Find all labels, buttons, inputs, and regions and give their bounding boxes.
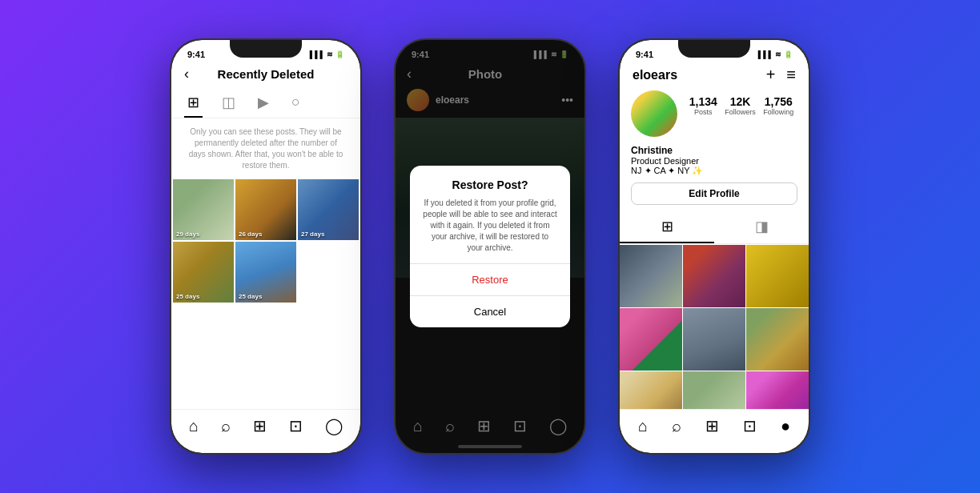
grid-cell-3[interactable] <box>746 245 809 307</box>
home-indicator-3 <box>682 445 746 448</box>
thumb-1[interactable]: 29 days <box>173 179 234 240</box>
tab-grid[interactable]: ⊞ <box>184 89 203 118</box>
nav-add-3[interactable]: ⊞ <box>705 416 719 435</box>
thumb-label-4: 25 days <box>176 293 199 300</box>
followers-count: 12K <box>725 95 756 108</box>
notice-text: Only you can see these posts. They will … <box>171 118 360 179</box>
add-icon[interactable]: + <box>766 66 776 84</box>
nav-home-1[interactable]: ⌂ <box>189 417 199 435</box>
stat-posts: 1,134 Posts <box>689 95 717 116</box>
nav-search-1[interactable]: ⌕ <box>221 417 231 435</box>
nav-profile-3[interactable]: ● <box>781 417 790 435</box>
menu-icon[interactable]: ≡ <box>786 66 796 84</box>
thumb-4[interactable]: 25 days <box>173 242 234 303</box>
nav-search-3[interactable]: ⌕ <box>672 417 681 435</box>
tab-tagged-profile[interactable]: ◨ <box>714 211 809 243</box>
thumb-label-3: 27 days <box>301 230 324 238</box>
thumb-label-5: 25 days <box>239 293 262 300</box>
bio-location: NJ ✦ CA ✦ NY ✨ <box>631 166 797 176</box>
grid-cell-5[interactable] <box>683 308 745 371</box>
nav-profile-1[interactable]: ◯ <box>325 416 343 435</box>
tab-bar-1: ⊞ ◫ ▶ ○ <box>171 89 360 118</box>
phone-profile: 9:41 ▌▌▌ ≋ 🔋 eloears + ≡ 1,134 Posts 12K… <box>618 38 810 455</box>
header-1: ‹ Recently Deleted <box>171 62 360 89</box>
home-indicator-1 <box>234 445 298 448</box>
following-count: 1,756 <box>763 95 793 108</box>
restore-dialog: Restore Post? If you deleted it from you… <box>410 166 570 327</box>
grid-cell-2[interactable] <box>683 245 745 307</box>
notch <box>230 40 302 58</box>
phone-photo: 9:41 ▌▌▌ ≋ 🔋 ‹ Photo eloears ••• Restore… <box>394 38 586 455</box>
bottom-nav-1: ⌂ ⌕ ⊞ ⊡ ◯ <box>171 409 360 442</box>
profile-header-icons: + ≡ <box>766 66 796 84</box>
nav-shop-1[interactable]: ⊡ <box>289 416 303 435</box>
thumb-label-1: 29 days <box>176 230 199 238</box>
bio-title: Product Designer <box>631 156 797 166</box>
nav-home-3[interactable]: ⌂ <box>638 417 648 435</box>
profile-photo-grid <box>620 245 809 434</box>
tab-grid-profile[interactable]: ⊞ <box>620 211 714 243</box>
thumb-label-2: 26 days <box>239 230 262 238</box>
grid-cell-6[interactable] <box>746 308 809 371</box>
photo-grid-row2: 25 days 25 days <box>171 240 360 303</box>
restore-button[interactable]: Restore <box>410 264 570 295</box>
profile-tab-bar: ⊞ ◨ <box>620 211 809 244</box>
posts-label: Posts <box>689 108 717 116</box>
profile-stats: 1,134 Posts 12K Followers 1,756 Followin… <box>685 90 797 116</box>
grid-cell-1[interactable] <box>620 245 682 307</box>
profile-bio: Christine Product Designer NJ ✦ CA ✦ NY … <box>620 145 809 182</box>
tab-reels[interactable]: ▶ <box>255 89 272 118</box>
stats-row: 1,134 Posts 12K Followers 1,756 Followin… <box>620 90 809 145</box>
following-label: Following <box>763 108 793 116</box>
photo-grid-1: 29 days 26 days 27 days <box>171 179 360 240</box>
status-icons-3: ▌▌▌ ≋ 🔋 <box>758 50 793 58</box>
status-icons-1: ▌▌▌ ≋ 🔋 <box>310 50 344 58</box>
time-3: 9:41 <box>636 50 653 59</box>
thumb-5[interactable]: 25 days <box>235 242 296 303</box>
followers-label: Followers <box>725 108 756 116</box>
stat-followers: 12K Followers <box>725 95 756 116</box>
profile-avatar <box>631 90 677 137</box>
phone-recently-deleted: 9:41 ▌▌▌ ≋ 🔋 ‹ Recently Deleted ⊞ ◫ ▶ ○ … <box>170 38 362 455</box>
page-title-1: Recently Deleted <box>218 67 315 81</box>
tab-stories[interactable]: ◫ <box>219 89 239 118</box>
time-1: 9:41 <box>187 50 205 59</box>
profile-header: eloears + ≡ <box>620 62 809 90</box>
notch-3 <box>678 40 750 58</box>
tab-tagged[interactable]: ○ <box>288 89 303 118</box>
dialog-overlay: Restore Post? If you deleted it from you… <box>396 40 584 453</box>
dialog-text: If you deleted it from your profile grid… <box>423 198 557 254</box>
back-button-1[interactable]: ‹ <box>184 66 189 82</box>
profile-username: eloears <box>633 68 677 82</box>
nav-shop-3[interactable]: ⊡ <box>743 416 757 435</box>
grid-cell-4[interactable] <box>620 308 682 371</box>
edit-profile-button[interactable]: Edit Profile <box>631 182 797 205</box>
thumb-3[interactable]: 27 days <box>298 179 359 240</box>
bio-name: Christine <box>631 145 797 156</box>
cancel-button[interactable]: Cancel <box>410 296 570 327</box>
bottom-nav-3: ⌂ ⌕ ⊞ ⊡ ● <box>620 409 809 442</box>
thumb-2[interactable]: 26 days <box>235 179 296 240</box>
stat-following: 1,756 Following <box>763 95 793 116</box>
nav-add-1[interactable]: ⊞ <box>253 416 267 435</box>
dialog-body: Restore Post? If you deleted it from you… <box>410 166 570 254</box>
dialog-title: Restore Post? <box>423 178 557 191</box>
posts-count: 1,134 <box>689 95 717 108</box>
